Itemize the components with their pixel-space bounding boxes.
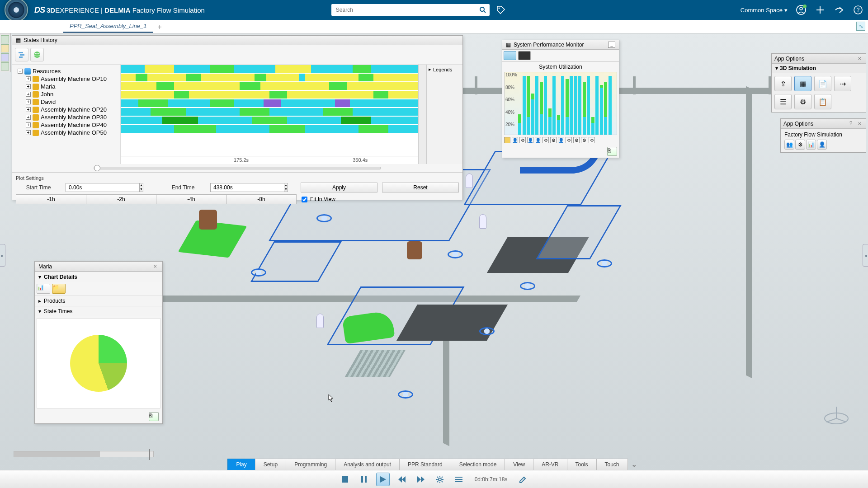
spm-legend-item[interactable]: 👤 <box>512 137 518 143</box>
spin-up-icon[interactable]: ▲ <box>284 183 288 188</box>
fit-checkbox[interactable] <box>302 197 307 202</box>
btab-arvr[interactable]: AR-VR <box>533 459 567 470</box>
maria-pie-chart[interactable] <box>37 318 160 408</box>
spm-legend-item[interactable]: ⚙ <box>566 137 572 143</box>
spm-legend-item[interactable]: 👤 <box>558 137 564 143</box>
btab-tools[interactable]: Tools <box>567 459 597 470</box>
gantt-view-button[interactable] <box>15 48 28 61</box>
apply-button[interactable]: Apply <box>301 183 377 192</box>
reset-button[interactable]: Reset <box>382 183 459 192</box>
quick-8h-button[interactable]: -8h <box>226 194 297 204</box>
spin-up-icon[interactable]: ▲ <box>140 183 143 188</box>
option-list-button[interactable]: ☰ <box>774 94 792 109</box>
maria-title-bar[interactable]: Maria × <box>35 262 162 272</box>
expand-left-handle[interactable]: ▸ <box>0 244 5 267</box>
tree-item[interactable]: +Maria <box>14 83 118 90</box>
maria-view2-button[interactable]: 📁 <box>52 284 66 294</box>
spm-legend-item[interactable] <box>504 137 510 143</box>
gantt-chart[interactable]: 175.2s 350.4s <box>121 65 418 164</box>
spinner[interactable]: ▲▼ <box>140 183 143 192</box>
collapse-panels-button[interactable]: ⤡ <box>856 22 865 31</box>
tree-expand-icon[interactable]: + <box>26 107 31 112</box>
ffs-tool-button[interactable]: 👥 <box>784 140 794 150</box>
tree-item[interactable]: +Assembly Machine OP30 <box>14 113 118 121</box>
add-icon[interactable] <box>815 5 826 15</box>
tree-expand-icon[interactable]: + <box>26 84 31 89</box>
btab-selection[interactable]: Selection mode <box>451 459 505 470</box>
maria-view1-button[interactable]: 📊 <box>37 284 50 294</box>
tree-expand-icon[interactable]: + <box>26 122 31 127</box>
tool-button[interactable] <box>1 53 9 61</box>
app-options-header[interactable]: App Options × <box>772 54 866 64</box>
slider-thumb[interactable] <box>94 165 100 171</box>
tree-item[interactable]: +Assembly Machine OP40 <box>14 121 118 129</box>
btab-touch[interactable]: Touch <box>596 459 628 470</box>
ffs-tool-button[interactable]: 📊 <box>806 140 816 150</box>
tab-ppr-seat-assembly[interactable]: PPR_Seat_Assembly_Line_1 <box>63 20 153 33</box>
pause-button[interactable] <box>357 473 371 486</box>
end-time-input[interactable]: ▲▼ <box>210 183 278 192</box>
spm-legend-item[interactable]: 👤 <box>535 137 541 143</box>
btab-ppr[interactable]: PPR Standard <box>399 459 451 470</box>
help-icon[interactable]: ? <box>853 5 863 15</box>
app-options2-header[interactable]: App Options ? × <box>781 119 866 129</box>
btab-more-button[interactable]: ⌄ <box>627 459 641 470</box>
btab-view[interactable]: View <box>505 459 533 470</box>
option-report-button[interactable]: 📋 <box>814 94 831 109</box>
option-upload-button[interactable]: ⇪ <box>774 76 792 91</box>
tree-expand-icon[interactable]: + <box>26 92 31 97</box>
tree-expand-icon[interactable]: + <box>26 76 31 81</box>
option-sim-button[interactable]: ▦ <box>794 76 811 91</box>
spm-chart-mode-button[interactable] <box>504 51 516 60</box>
option-settings-button[interactable]: ⚙ <box>794 94 811 109</box>
minimize-button[interactable]: _ <box>608 42 615 48</box>
spm-legend-item[interactable]: 👤 <box>527 137 533 143</box>
close-icon[interactable]: × <box>856 120 863 127</box>
tree-item[interactable]: +Assembly Machine OP50 <box>14 129 118 136</box>
tree-expand-icon[interactable]: + <box>26 99 31 104</box>
btab-setup[interactable]: Setup <box>255 459 286 470</box>
legends-toggle[interactable]: ▸Legends <box>429 66 461 72</box>
compass-icon[interactable] <box>5 0 28 22</box>
btab-play[interactable]: Play <box>227 459 255 470</box>
spm-legend-item[interactable]: ⚙ <box>542 137 549 143</box>
btab-analysis[interactable]: Analysis and output <box>335 459 400 470</box>
edit-button[interactable] <box>516 473 530 486</box>
horizontal-scrollbar[interactable] <box>14 451 154 457</box>
user-icon[interactable] <box>796 5 807 15</box>
scrollbar-thumb[interactable] <box>14 451 100 457</box>
tree-item[interactable]: +John <box>14 90 118 98</box>
fast-forward-button[interactable] <box>414 473 428 486</box>
rewind-button[interactable] <box>395 473 409 486</box>
tree-item[interactable]: +David <box>14 98 118 106</box>
space-selector[interactable]: Common Space▾ <box>741 7 788 14</box>
quick-2h-button[interactable]: -2h <box>86 194 156 204</box>
spm-bar-chart[interactable]: 100% 80% 60% 40% 20% <box>504 72 617 135</box>
spin-down-icon[interactable]: ▼ <box>284 188 288 192</box>
tool-button[interactable] <box>1 44 9 52</box>
spm-legend-item[interactable]: ⚙ <box>581 137 587 143</box>
chart-details-header[interactable]: ▾ Chart Details <box>35 272 162 282</box>
play-button[interactable] <box>376 473 390 486</box>
tool-button[interactable] <box>1 62 9 70</box>
tag-icon[interactable] <box>495 4 507 16</box>
view-compass-icon[interactable] <box>823 405 850 425</box>
ffs-tool-button[interactable]: 👤 <box>817 140 827 150</box>
tree-root[interactable]: − Resources <box>14 67 118 75</box>
ffs-tool-button[interactable]: ⚙ <box>795 140 805 150</box>
start-time-field[interactable] <box>66 183 140 192</box>
tree-item[interactable]: +Assembly Machine OP20 <box>14 106 118 113</box>
start-time-input[interactable]: ▲▼ <box>66 183 133 192</box>
products-header[interactable]: ▸ Products <box>35 296 162 306</box>
close-icon[interactable]: × <box>151 263 159 270</box>
share-icon[interactable] <box>834 5 844 15</box>
tree-item[interactable]: +Assembly Machine OP10 <box>14 75 118 83</box>
time-slider[interactable] <box>12 164 462 172</box>
app-options-section-header[interactable]: ▾ 3D Simulation <box>772 64 866 73</box>
spm-legend-item[interactable]: ⚙ <box>550 137 557 143</box>
maria-export-button[interactable]: ⎘ <box>149 412 159 421</box>
tool-button[interactable] <box>1 35 9 43</box>
resource-tree[interactable]: − Resources +Assembly Machine OP10 +Mari… <box>12 65 121 164</box>
btab-programming[interactable]: Programming <box>286 459 335 470</box>
stop-button[interactable] <box>338 473 352 486</box>
